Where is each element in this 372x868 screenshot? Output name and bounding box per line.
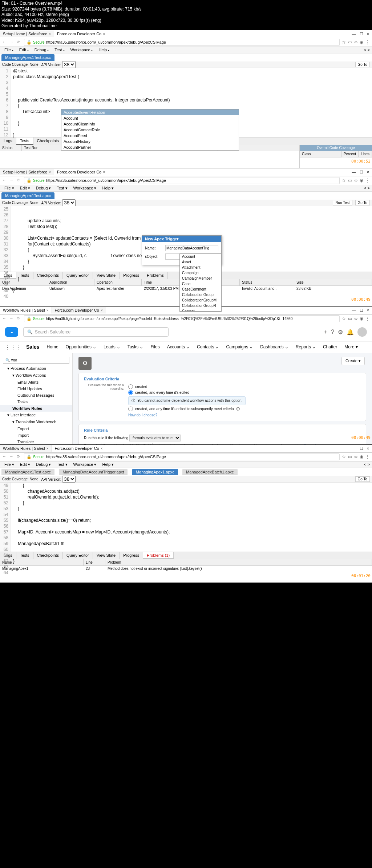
tab-setup[interactable]: Setup Home | Salesforce×	[0, 31, 54, 37]
sobject-dropdown[interactable]: AccountAsset AttachmentCampaign Campaign…	[179, 253, 222, 312]
tab-logs[interactable]: Logs	[0, 137, 16, 145]
coverage-label[interactable]: Code Coverage: None	[2, 63, 39, 67]
how-choose-link[interactable]: How do I choose?	[128, 413, 246, 417]
star-icon[interactable]: ☆	[342, 40, 346, 45]
tab-tests[interactable]: Tests	[16, 137, 33, 145]
nav-accounts[interactable]: Accounts ⌄	[164, 343, 193, 351]
file-tab[interactable]: ManagingDataAccountTrigger.apxt	[59, 469, 128, 475]
nav-leads[interactable]: Leads ⌄	[101, 343, 123, 351]
tree-process-automation[interactable]: ▾ Process Automation	[0, 365, 72, 372]
url-input[interactable]: 🔒Secure https://na35.lightning.force.com…	[24, 315, 340, 322]
tree-email-alerts[interactable]: Email Alerts	[0, 379, 72, 385]
nav-dashboards[interactable]: Dashboards ⌄	[257, 343, 291, 351]
close-icon[interactable]: ×	[103, 32, 105, 36]
nav-opp[interactable]: Opportunities ⌄	[63, 343, 99, 351]
shield-icon[interactable]: ◉	[360, 40, 363, 45]
info-icon[interactable]: ⓘ	[236, 407, 240, 412]
nav-campaigns[interactable]: Campaigns ⌄	[223, 343, 256, 351]
goto-button[interactable]: Go To	[355, 62, 370, 67]
coverage-title: Overall Code Coverage	[300, 145, 372, 151]
info-icon: ⓘ	[132, 398, 135, 403]
play-icon: ▶	[340, 156, 350, 167]
close-icon[interactable]: ×	[49, 32, 51, 36]
file-tab[interactable]: ManagedApexBatch1.apxc	[182, 469, 237, 475]
menu-test[interactable]: Test ▾	[52, 47, 66, 53]
eval-criteria-title: Evaluation Criteria	[84, 377, 361, 381]
menu-file[interactable]: File ▾	[2, 47, 16, 53]
menu-workspace[interactable]: Workspace ▾	[68, 47, 95, 53]
forward-icon[interactable]: →	[9, 40, 15, 45]
search-icon: 🔍	[5, 358, 10, 362]
tab-setup[interactable]: Setup Home | Salesforce×	[0, 169, 54, 175]
setup-search[interactable]: 🔍 wor	[3, 357, 69, 364]
menu-debug[interactable]: Debug ▾	[32, 47, 51, 53]
avatar[interactable]	[357, 327, 367, 337]
tab-workflow[interactable]: Workflow Rules | Salesf×	[0, 445, 52, 452]
menu-edit[interactable]: Edit ▾	[17, 47, 31, 53]
play-overlay: ▶ 00:01:20	[340, 571, 371, 581]
goto-button[interactable]: Go To	[355, 200, 370, 205]
tree-workflow-rules[interactable]: Workflow Rules	[0, 405, 72, 412]
nav-chatter[interactable]: Chatter	[320, 343, 340, 351]
code-editor[interactable]: { changedAccounts.add(act); realOwnerId.…	[11, 483, 372, 552]
tab-force[interactable]: Force.com Developer Co×	[52, 445, 106, 452]
nav-tasks[interactable]: Tasks ⌄	[125, 343, 146, 351]
tree-workflow-actions[interactable]: ▾ Workflow Actions	[0, 372, 72, 379]
tree-ui[interactable]: ▾ User Interface	[0, 412, 72, 419]
radio-created[interactable]	[128, 384, 133, 389]
tab-checkpoints[interactable]: Checkpoints	[33, 137, 63, 145]
reload-icon[interactable]: ⟳	[17, 40, 22, 45]
app-launcher-icon[interactable]: ⋮⋮⋮	[4, 344, 22, 351]
back-icon[interactable]: ←	[2, 178, 7, 183]
tree-field-updates[interactable]: Field Updates	[0, 385, 72, 392]
help-icon[interactable]: ?	[331, 329, 334, 335]
url-input[interactable]: 🔒Secure https://na35.salesforce.com/_ui/…	[24, 177, 340, 184]
global-search[interactable]: 🔍 Search Salesforce	[23, 327, 169, 337]
tree-outbound[interactable]: Outbound Messages	[0, 392, 72, 399]
url-input[interactable]: 🔒Secure https://na35.salesforce.com/_ui/…	[24, 453, 340, 460]
forward-icon[interactable]: →	[9, 178, 15, 183]
file-tab-active[interactable]: ManagingApex1.apxc	[132, 469, 178, 475]
play-overlay: ▶ 00:00:49	[340, 433, 371, 443]
lock-icon: 🔒	[27, 40, 32, 45]
gear-icon[interactable]: ⚙	[338, 329, 343, 336]
plus-icon[interactable]: +	[324, 329, 327, 335]
menu-help[interactable]: Help ▾	[96, 47, 112, 53]
close-icon[interactable]: ×	[367, 32, 369, 36]
reload-icon[interactable]: ⟳	[17, 178, 22, 183]
runtest-button[interactable]: Run Test	[333, 200, 352, 205]
radio-subsequent[interactable]	[128, 407, 133, 411]
file-tab[interactable]: ManagingApex1Test.apxc	[1, 469, 54, 475]
infinity-icon[interactable]: ∞	[354, 40, 357, 45]
goto-button[interactable]: Go To	[355, 476, 370, 482]
nav-reports[interactable]: Reports ⌄	[293, 343, 319, 351]
tab-workflow[interactable]: Workflow Rules | Salesf×	[0, 307, 52, 313]
lock-icon: 🔒	[27, 178, 32, 183]
bell-icon[interactable]: 🔔	[347, 329, 354, 336]
cast-icon[interactable]: ▭	[348, 40, 352, 45]
autocomplete-popup[interactable]: AcceptedEventRelation Account AccountCle…	[61, 109, 239, 151]
maximize-icon[interactable]: ☐	[360, 32, 363, 36]
play-overlay: ▶ 00:00:49	[340, 295, 371, 305]
rule-type-select[interactable]: formula evaluates to true	[129, 435, 181, 441]
tab-force[interactable]: Force.com Developer Co×	[52, 307, 106, 313]
url-input[interactable]: 🔒 Secure https://na35.salesforce.com/_ui…	[24, 39, 340, 46]
nav-files[interactable]: Files	[147, 343, 162, 351]
radio-edited[interactable]	[128, 390, 133, 395]
menu-icon[interactable]: ⋮	[365, 40, 370, 45]
tree-tasks[interactable]: Tasks	[0, 399, 72, 405]
file-tab[interactable]: ManagingApex1Test.apxc	[1, 192, 54, 199]
tab-force[interactable]: Force.com Developer Co×	[54, 31, 108, 37]
trigger-name-input[interactable]	[165, 245, 218, 251]
file-tab[interactable]: ManagingApex1Test.apxc	[1, 54, 54, 61]
tab-force[interactable]: Force.com Developer Co×	[54, 169, 108, 175]
back-icon[interactable]: ←	[2, 40, 7, 45]
nav-home[interactable]: Home	[44, 343, 61, 351]
nav-contacts[interactable]: Contacts ⌄	[194, 343, 222, 351]
nav-more[interactable]: More ▾	[341, 343, 360, 351]
app-name: Sales	[23, 343, 43, 351]
tree-translation[interactable]: ▾ Translation Workbench	[0, 419, 72, 425]
minimize-icon[interactable]: —	[352, 32, 356, 36]
create-button[interactable]: Create ▾	[341, 357, 365, 365]
problem-row[interactable]: ManagingApex1 23 Method does not exist o…	[0, 566, 372, 571]
